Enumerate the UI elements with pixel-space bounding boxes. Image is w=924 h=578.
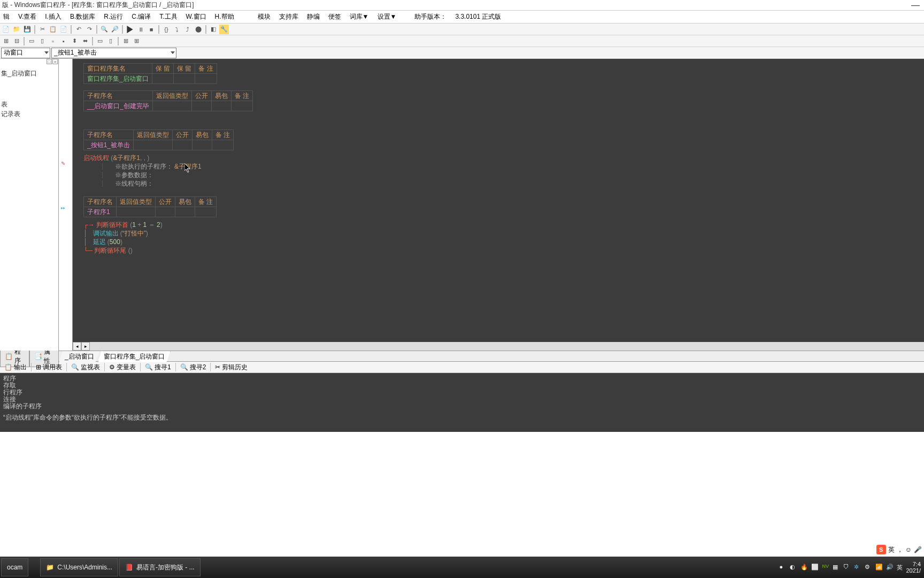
system-tray[interactable]: ● ◐ 🔥 ⬜ NV ▦ ⛉ ✲ ⚙ 📶 🔊 英 7:4 2021/ [779, 561, 924, 574]
code-tabs: _启动窗口 窗口程序集_启动窗口 [59, 351, 924, 361]
tb-pause[interactable]: ⏸ [136, 25, 145, 34]
otab-watch[interactable]: 🔍监视表 [68, 362, 103, 373]
menu-view[interactable]: V.查看 [16, 11, 38, 22]
menu-static[interactable]: 静编 [305, 11, 322, 22]
tray-date[interactable]: 2021/ [906, 567, 921, 574]
menu-insert[interactable]: I.插入 [43, 11, 64, 22]
ime-mic-icon[interactable]: 🎤 [914, 546, 922, 553]
sogou-icon[interactable]: S [876, 545, 886, 554]
otab-cliphistory[interactable]: ✂剪辑历史 [212, 362, 251, 373]
ime-emoji-icon[interactable]: ☺ [905, 546, 912, 553]
tab-startwindow[interactable]: _启动窗口 [59, 351, 100, 362]
tb-undo[interactable]: ↶ [74, 25, 83, 34]
tb2-3[interactable]: ▭ [27, 36, 36, 46]
tb2-6[interactable]: ▪ [59, 36, 68, 46]
ime-lang[interactable]: 英 [888, 545, 895, 554]
taskbar[interactable]: ocam 📁C:\Users\Adminis... 📕易语言-加密狗版 - ..… [0, 557, 924, 578]
tb-stepout[interactable]: ⤴ [183, 25, 192, 34]
otab-find1[interactable]: 🔍搜寻1 [142, 362, 174, 373]
otab-find2[interactable]: 🔍搜寻2 [177, 362, 210, 373]
scroll-right[interactable]: ▸ [81, 342, 90, 351]
tb2-9[interactable]: ▭ [95, 36, 105, 46]
menu-tools[interactable]: T.工具 [157, 11, 179, 22]
scroll-left[interactable]: ◂ [73, 342, 81, 351]
tray-icon[interactable]: ⛉ [843, 564, 851, 571]
panel-pin[interactable]: □ [47, 59, 52, 64]
tray-icon[interactable]: ⚙ [865, 564, 872, 571]
tb-stepover[interactable]: {} [161, 25, 171, 34]
tb2-11[interactable]: ⊞ [121, 36, 130, 46]
tb-new[interactable]: 📄 [1, 25, 11, 34]
tb2-1[interactable]: ⊞ [1, 36, 11, 46]
tray-icon[interactable]: ◐ [790, 564, 797, 571]
tb-cut[interactable]: ✂ [37, 25, 47, 34]
tray-lang[interactable]: 英 [897, 564, 903, 572]
tray-network-icon[interactable]: 📶 [875, 564, 883, 571]
tray-time[interactable]: 7:4 [906, 561, 921, 567]
task-elang[interactable]: 📕易语言-加密狗版 - ... [119, 558, 201, 576]
task-explorer[interactable]: 📁C:\Users\Adminis... [40, 558, 118, 576]
tab-progset-startwindow[interactable]: 窗口程序集_启动窗口 [98, 351, 171, 362]
menu-settings[interactable]: 设置▼ [375, 11, 399, 22]
tb2-12[interactable]: ⊞ [132, 36, 141, 46]
menubar: 辑 V.查看 I.插入 B.数据库 R.运行 C.编译 T.工具 W.窗口 H.… [0, 11, 924, 24]
tb-paste[interactable]: 📄 [59, 25, 68, 34]
tb2-8[interactable]: ⬌ [80, 36, 90, 46]
tree-item-record[interactable]: 记录表 [1, 109, 57, 119]
menu-help[interactable]: H.帮助 [213, 11, 236, 22]
menu-compile[interactable]: C.编译 [129, 11, 153, 22]
minimize-button[interactable]: — [911, 1, 920, 10]
tray-nvidia-icon[interactable]: NV [822, 564, 829, 571]
sep [118, 37, 119, 45]
tb2-2[interactable]: ⊟ [12, 36, 21, 46]
output-tabs: 📋输出 ⊞调用表 🔍监视表 ⚙变量表 🔍搜寻1 🔍搜寻2 ✂剪辑历史 [0, 361, 924, 373]
tb-redo[interactable]: ↷ [84, 25, 94, 34]
tb-stop[interactable]: ■ [147, 25, 156, 34]
code-editor[interactable]: ✎ ▸▸ 窗口程序集名保 留保 留备 注 窗口程序集_启动窗口 子程序名返回值类… [59, 59, 924, 351]
left-panel: □× 集_启动窗口 表 记录表 [0, 59, 59, 351]
project-tree[interactable]: 集_启动窗口 表 记录表 [0, 66, 58, 121]
menu-database[interactable]: B.数据库 [68, 11, 97, 22]
tray-volume-icon[interactable]: 🔊 [886, 564, 894, 571]
tb-copy[interactable]: 📋 [48, 25, 58, 34]
otab-calltable[interactable]: ⊞调用表 [33, 362, 65, 373]
output-panel[interactable]: 程序 存取 行程序 连接 编译的子程序 “启动线程”库命令的参数“欲执行的子程序… [0, 373, 924, 432]
event-dropdown[interactable]: _按钮1_被单击 [51, 48, 176, 58]
tray-icon[interactable]: 🔥 [800, 564, 808, 571]
menu-sticky[interactable]: 便签 [326, 11, 343, 22]
tree-item-startwin[interactable]: 集_启动窗口 [1, 69, 57, 78]
tb-stepin[interactable]: ⤵ [172, 25, 182, 34]
code-table-sub2: 子程序名返回值类型公开易包备 注 _按钮1_被单击 [83, 130, 234, 150]
tb2-5[interactable]: ▫ [48, 36, 58, 46]
tb-find[interactable]: 🔍 [99, 25, 109, 34]
sep [122, 25, 123, 34]
ime-toolbar[interactable]: S 英 ， ☺ 🎤 [874, 544, 924, 556]
tb-open[interactable]: 📁 [12, 25, 21, 34]
tb-tool2[interactable]: 🔧 [219, 25, 229, 34]
tb-findnext[interactable]: 🔎 [110, 25, 120, 34]
task-ocam[interactable]: ocam [1, 558, 28, 576]
menu-window[interactable]: W.窗口 [184, 11, 209, 22]
otab-vars[interactable]: ⚙变量表 [106, 362, 139, 373]
tb2-4[interactable]: ▯ [37, 36, 47, 46]
menu-run[interactable]: R.运行 [102, 11, 125, 22]
object-dropdown[interactable]: 动窗口 [1, 48, 50, 58]
tb2-10[interactable]: ▯ [106, 36, 116, 46]
tray-icon[interactable]: ● [779, 564, 787, 571]
menu-module[interactable]: 模块 [256, 11, 273, 22]
tb-break[interactable]: ⬤ [194, 25, 203, 34]
tray-icon[interactable]: ▦ [833, 564, 840, 571]
tb-run[interactable] [125, 25, 135, 34]
menu-support[interactable]: 支持库 [277, 11, 301, 22]
tray-icon[interactable]: ⬜ [811, 564, 819, 571]
menu-edit[interactable]: 辑 [1, 11, 12, 22]
tray-bluetooth-icon[interactable]: ✲ [854, 564, 861, 571]
otab-output[interactable]: 📋输出 [1, 362, 30, 373]
tb-tool1[interactable]: ◧ [209, 25, 218, 34]
tree-item-table[interactable]: 表 [1, 100, 57, 109]
menu-dict[interactable]: 词库▼ [348, 11, 371, 22]
h-scrollbar[interactable]: ◂ ▸ [73, 342, 924, 351]
panel-close[interactable]: × [52, 59, 58, 64]
tb2-7[interactable]: ⬍ [70, 36, 79, 46]
tb-save[interactable]: 💾 [22, 25, 32, 34]
